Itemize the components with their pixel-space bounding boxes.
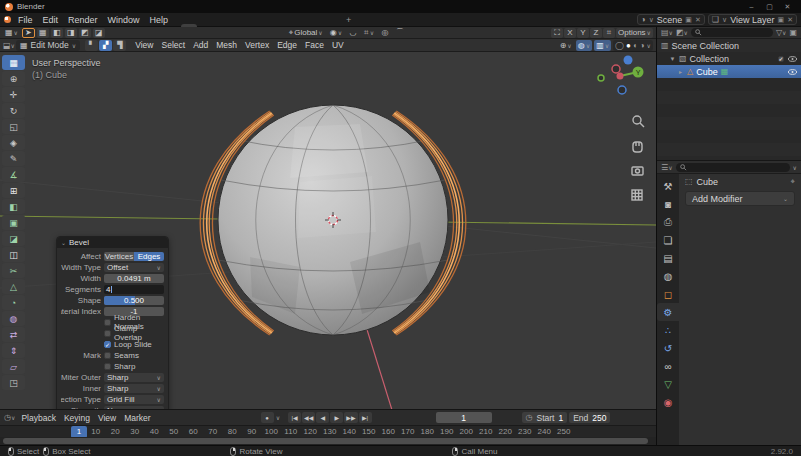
- tool-button-add-cube[interactable]: ⊞: [2, 183, 25, 198]
- frame-start-field[interactable]: ◷Start1: [522, 412, 568, 423]
- blender-menu-icon[interactable]: [4, 16, 11, 23]
- playback-button[interactable]: ◀: [316, 412, 329, 423]
- tool-button-knife[interactable]: ✂: [2, 263, 25, 278]
- timeline-scrollbar[interactable]: [0, 437, 656, 445]
- playback-button[interactable]: ▶: [330, 412, 343, 423]
- tool-button-annotate[interactable]: ✎: [2, 151, 25, 166]
- playback-button[interactable]: ◀◀: [302, 412, 315, 423]
- outliner-row-cube[interactable]: ▸ △ Cube ▦: [657, 65, 801, 78]
- unlink-scene-icon[interactable]: ✕: [695, 16, 701, 24]
- tool-button-poly-build[interactable]: △: [2, 279, 25, 294]
- tool-button-scale[interactable]: ◱: [2, 119, 25, 134]
- bevel-panel-header[interactable]: ⌄Bevel: [57, 237, 168, 248]
- tool-button-select-box[interactable]: ▦: [2, 55, 25, 70]
- add-workspace-button[interactable]: +: [341, 15, 356, 25]
- playback-button[interactable]: ▶▶: [344, 412, 357, 423]
- tool-button-edge-slide[interactable]: ⇄: [2, 327, 25, 342]
- options-dropdown[interactable]: Options∨: [616, 28, 653, 38]
- mark-sharp-checkbox[interactable]: [104, 363, 111, 370]
- maximize-button[interactable]: ▢: [761, 1, 778, 12]
- tool-button-rotate[interactable]: ↻: [2, 103, 25, 118]
- scene-selector[interactable]: ◑∨ Scene ▣ ✕: [637, 14, 705, 25]
- add-modifier-dropdown[interactable]: Add Modifier ⌄: [685, 191, 795, 206]
- viewport-3d[interactable]: ▦⊕✛↻◱◈✎∡⊞◧▣◪◫✂△◔◍⇄⇕▱◳ User Perspective (…: [0, 52, 656, 409]
- miter-inner-dropdown[interactable]: Sharp∨: [104, 384, 164, 393]
- viewport-menu-item[interactable]: UV: [328, 40, 348, 50]
- view-layer-selector[interactable]: ❏∨ View Layer ▣ ✕: [708, 14, 797, 25]
- mirror-z-button[interactable]: Z: [590, 28, 602, 38]
- menu-item[interactable]: Window: [103, 14, 145, 26]
- tool-button-cursor[interactable]: ⊕: [2, 71, 25, 86]
- mirror-icon[interactable]: ⛶: [551, 28, 563, 38]
- properties-tab-modifiers[interactable]: ⚙: [657, 303, 679, 321]
- mode-dropdown[interactable]: ▦ Edit Mode ∨: [16, 40, 80, 51]
- affect-vertices-button[interactable]: Vertices: [104, 252, 134, 261]
- menu-item[interactable]: Edit: [38, 14, 64, 26]
- outliner-search-input[interactable]: [691, 28, 773, 37]
- viewport-menu-item[interactable]: Edge: [273, 40, 301, 50]
- tool-button-inset-faces[interactable]: ▣: [2, 215, 25, 230]
- properties-tab-physics[interactable]: ↺: [657, 339, 679, 357]
- playback-button[interactable]: |◀: [288, 412, 301, 423]
- viewport-menu-item[interactable]: Select: [158, 40, 190, 50]
- orientation-dropdown[interactable]: ⌖ Global∨: [287, 28, 325, 38]
- select-mode-button-face[interactable]: ▜: [113, 40, 126, 51]
- select-mode-button-edge[interactable]: ▞: [99, 40, 112, 51]
- properties-tab-object[interactable]: ◻: [657, 285, 679, 303]
- shading-wireframe-button[interactable]: ◯: [615, 41, 624, 50]
- new-view-layer-icon[interactable]: ▣: [778, 16, 785, 24]
- minimize-button[interactable]: –: [743, 1, 760, 12]
- hide-eye-icon[interactable]: [788, 69, 797, 75]
- menu-item[interactable]: Help: [145, 14, 174, 26]
- miter-outer-dropdown[interactable]: Sharp∨: [104, 373, 164, 382]
- properties-options-icon[interactable]: ∨: [793, 164, 797, 171]
- current-frame-field[interactable]: 1: [436, 412, 492, 423]
- affect-edges-button[interactable]: Edges: [134, 252, 164, 261]
- active-tool-icon[interactable]: ▦∨: [3, 28, 20, 38]
- select-intersect-button[interactable]: ◪: [93, 28, 105, 38]
- properties-tab-object-data[interactable]: ▽: [657, 375, 679, 393]
- tool-button-bevel[interactable]: ◪: [2, 231, 25, 246]
- select-extend-button[interactable]: ◧: [51, 28, 63, 38]
- clamp-overlap-checkbox[interactable]: [104, 330, 111, 337]
- timeline-menu-item[interactable]: View: [94, 413, 120, 423]
- select-subtract-button[interactable]: ◨: [65, 28, 77, 38]
- properties-tab-particles[interactable]: ∴: [657, 321, 679, 339]
- intersection-type-dropdown[interactable]: Grid Fill∨: [104, 395, 164, 404]
- properties-editor-type-icon[interactable]: ☰∨: [661, 163, 673, 172]
- outliner-filter-id-icon[interactable]: ◩∨: [676, 28, 688, 37]
- viewport-menu-item[interactable]: Add: [189, 40, 212, 50]
- remove-view-layer-icon[interactable]: ✕: [787, 16, 793, 24]
- timeline-editor-type-icon[interactable]: ◷∨: [4, 413, 15, 422]
- auto-keying-button[interactable]: ●: [261, 412, 274, 423]
- shading-solid-button[interactable]: ●: [626, 41, 631, 50]
- tool-button-move[interactable]: ✛: [2, 87, 25, 102]
- menu-item[interactable]: File: [13, 14, 38, 26]
- timeline-menu-item[interactable]: Playback: [17, 413, 60, 423]
- overlays-toggle[interactable]: ◍∨: [576, 40, 592, 51]
- proportional-falloff-dropdown[interactable]: ⌒: [394, 28, 406, 38]
- properties-tab-tool[interactable]: ⚒: [657, 177, 679, 195]
- expander-icon[interactable]: ▸: [677, 68, 684, 75]
- pin-icon[interactable]: ⌖: [790, 177, 795, 187]
- xray-toggle[interactable]: ▥∨: [594, 40, 611, 51]
- close-button[interactable]: ✕: [779, 1, 796, 12]
- shading-material-button[interactable]: ◐: [633, 41, 638, 50]
- mirror-y-button[interactable]: Y: [577, 28, 589, 38]
- gizmos-dropdown[interactable]: ⊕∨: [558, 40, 574, 51]
- viewport-menu-item[interactable]: Face: [301, 40, 328, 50]
- keying-dropdown[interactable]: ∨: [276, 414, 280, 421]
- properties-tab-world[interactable]: ◍: [657, 267, 679, 285]
- shading-rendered-button[interactable]: ◑: [640, 41, 645, 50]
- playback-button[interactable]: ▶|: [359, 412, 372, 423]
- navigation-gizmo[interactable]: Y: [594, 54, 652, 206]
- tool-button-shear[interactable]: ▱: [2, 359, 25, 374]
- tool-button-extrude-region[interactable]: ◧: [2, 199, 25, 214]
- tweak-tool-button[interactable]: ➤: [22, 28, 35, 38]
- proportional-edit-toggle[interactable]: ◎: [379, 28, 391, 38]
- loop-slide-checkbox[interactable]: ✓: [104, 341, 111, 348]
- viewport-menu-item[interactable]: View: [131, 40, 157, 50]
- tool-button-transform[interactable]: ◈: [2, 135, 25, 150]
- playhead[interactable]: 1: [71, 426, 87, 437]
- properties-tab-view-layer[interactable]: ❏: [657, 231, 679, 249]
